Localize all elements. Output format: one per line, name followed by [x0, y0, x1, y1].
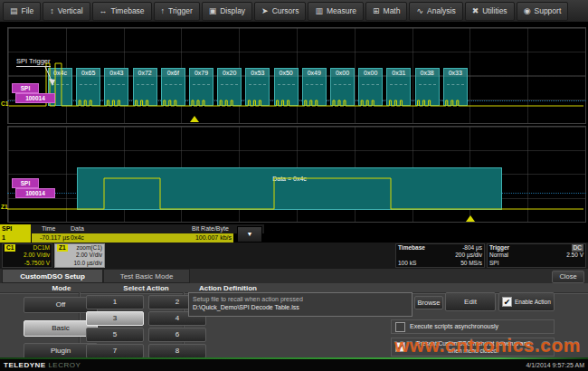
display-icon: ▣ — [209, 6, 217, 15]
execute-scripts-label: Execute scripts asynchronously — [410, 323, 498, 330]
menu-item-trigger[interactable]: ↑Trigger — [154, 2, 200, 21]
c1-ground-marker: C1 — [1, 100, 8, 107]
decode-byte-value: 0x49 — [303, 69, 326, 77]
z1-descriptor-box[interactable]: Z1zoom(C1) 2.00 V/div 10.0 µs/div — [54, 243, 105, 268]
timebase-descriptor-box[interactable]: Timebase-804 µs 200 µs/div 100 kS50 MS/s — [395, 243, 485, 268]
decode-byte-box: 0x31 — [386, 68, 411, 106]
menu-item-support[interactable]: ◉Support — [517, 2, 569, 21]
c1-coupling: DC1M — [33, 244, 50, 252]
decode-byte-box: 0x50 — [274, 68, 299, 106]
decode-byte-box: 0x38 — [415, 68, 440, 106]
tab-test-basic-mode[interactable]: Test Basic Mode — [103, 269, 190, 283]
enable-action-checkbox[interactable]: ✔ — [502, 297, 512, 307]
c1-descriptor-box[interactable]: C1DC1M 2.00 V/div -5.7500 V — [2, 243, 52, 268]
descriptor-row: C1DC1M 2.00 V/div -5.7500 V Z1zoom(C1) 2… — [0, 243, 588, 269]
action-button-1[interactable]: 1 — [86, 295, 144, 309]
menu-item-label: Support — [534, 6, 561, 15]
menu-item-cursors[interactable]: ➤Cursors — [254, 2, 306, 21]
decode-protocol-cell: SPI — [0, 224, 31, 233]
trigger-icon: ↑ — [161, 6, 166, 15]
spi-trigger-annotation: SPI Trigger — [16, 57, 51, 67]
decode-byte-value: 0x00 — [359, 69, 382, 77]
execute-scripts-checkbox[interactable]: ✔ — [395, 322, 405, 332]
decode-table-row[interactable]: 1 -70.117 µs 0x4c 100.007 kb/s — [0, 233, 264, 243]
row-bitrate: 100.007 kb/s — [172, 233, 232, 243]
analysis-icon: ∿ — [416, 6, 423, 15]
trigger-level: 2.50 V — [566, 252, 583, 259]
menu-item-label: Cursors — [272, 6, 299, 15]
close-button[interactable]: Close — [552, 271, 584, 283]
trigger-position-marker-top[interactable] — [190, 116, 199, 122]
timebase-title: Timebase — [398, 244, 425, 252]
tab-customdso-setup[interactable]: CustomDSO Setup — [2, 269, 103, 283]
select-action-section-title: Select Action — [86, 284, 206, 292]
trigger-descriptor-box[interactable]: TriggerDC Normal2.50 V SPI — [487, 243, 586, 268]
menu-item-math[interactable]: ⊞Math — [365, 2, 407, 21]
status-bar: TELEDYNE LECROY 4/1/2014 9:57:25 AM — [0, 359, 588, 371]
waveform-display[interactable]: Data = 0x4c 0x4c0x650x430x720x6f0x790x20… — [0, 23, 588, 224]
spi-decode-sublabel-top[interactable]: 100014 — [15, 93, 55, 103]
decode-byte-value: 0x38 — [416, 69, 439, 77]
measure-icon: ▥ — [315, 6, 323, 15]
action-button-6[interactable]: 6 — [148, 328, 206, 342]
menu-item-label: Display — [220, 6, 245, 15]
decode-byte-value: 0x20 — [218, 69, 241, 77]
execute-scripts-row[interactable]: ✔ Execute scripts asynchronously — [391, 319, 555, 334]
support-icon: ◉ — [524, 6, 531, 15]
status-bar-accent — [0, 357, 588, 359]
menu-item-label: Measure — [327, 6, 356, 15]
cursors-icon: ➤ — [261, 6, 269, 15]
z1-timebase: 10.0 µs/div — [73, 260, 102, 267]
decode-result-table: SPI Time Data Bit Rate/Byte 1 -70.117 µs… — [0, 224, 588, 243]
brand-teledyne: TELEDYNE — [4, 361, 46, 369]
menu-item-timebase[interactable]: ↔Timebase — [92, 2, 152, 21]
menu-bar: ▤File↕Vertical↔Timebase↑Trigger▣Display➤… — [0, 0, 588, 23]
browse-button[interactable]: Browse — [414, 296, 443, 309]
menu-item-file[interactable]: ▤File — [3, 2, 41, 21]
decode-byte-value: 0x6f — [162, 69, 185, 77]
decode-table-header: SPI Time Data Bit Rate/Byte — [0, 224, 264, 233]
z1-source: zoom(C1) — [76, 244, 102, 252]
table-collapse-button[interactable]: ▼ — [237, 226, 262, 243]
enable-action-control[interactable]: ✔ Enable Action — [498, 292, 555, 311]
decode-byte-box: 0x65 — [76, 68, 100, 106]
trigger-position-marker-bottom[interactable] — [466, 215, 475, 222]
spi-decode-label-top[interactable]: SPI — [12, 83, 39, 93]
menu-item-label: Timebase — [111, 6, 145, 15]
menu-item-utilities[interactable]: ✖Utilities — [465, 2, 515, 21]
action-button-7[interactable]: 7 — [86, 344, 144, 358]
decode-byte-value: 0x31 — [387, 69, 410, 77]
action-definition-section-title: Action Definition — [199, 284, 257, 292]
col-header-bitrate: Bit Rate/Byte — [192, 224, 229, 233]
action-button-5[interactable]: 5 — [86, 328, 144, 342]
decode-bit-marks — [362, 84, 379, 85]
watermark: www.cntronics.com — [394, 335, 581, 357]
decode-bit-marks — [306, 84, 323, 85]
decode-byte-box: 0x00 — [358, 68, 383, 106]
decode-bit-marks — [165, 84, 182, 85]
decode-bit-marks — [108, 84, 125, 85]
menu-item-label: Utilities — [482, 6, 507, 15]
vertical-icon: ↕ — [50, 6, 54, 15]
action-button-3[interactable]: 3 — [86, 311, 144, 326]
decode-bit-marks — [221, 84, 238, 85]
decode-byte-box: 0x53 — [245, 68, 270, 106]
action-button-8[interactable]: 8 — [148, 344, 206, 358]
edit-button[interactable]: Edit — [445, 292, 496, 311]
menu-item-display[interactable]: ▣Display — [202, 2, 252, 21]
c1-scale: 2.00 V/div — [24, 252, 50, 259]
menu-item-analysis[interactable]: ∿Analysis — [409, 2, 462, 21]
menu-item-label: File — [22, 6, 34, 15]
menu-item-measure[interactable]: ▥Measure — [308, 2, 364, 21]
spi-decode-label-bottom[interactable]: SPI — [12, 178, 39, 188]
decode-byte-value: 0x53 — [246, 69, 269, 77]
menu-item-vertical[interactable]: ↕Vertical — [43, 2, 90, 21]
decode-byte-box: 0x49 — [302, 68, 327, 106]
trigger-source: SPI — [489, 260, 498, 267]
menu-item-label: Analysis — [427, 6, 456, 15]
setup-file-field[interactable]: Setup file to recall when action pressed… — [188, 292, 413, 317]
col-header-time: Time — [42, 224, 55, 233]
decode-bit-marks — [193, 84, 210, 85]
decode-byte-value: 0x65 — [77, 69, 100, 77]
spi-decode-sublabel-bottom[interactable]: 100014 — [15, 188, 55, 198]
